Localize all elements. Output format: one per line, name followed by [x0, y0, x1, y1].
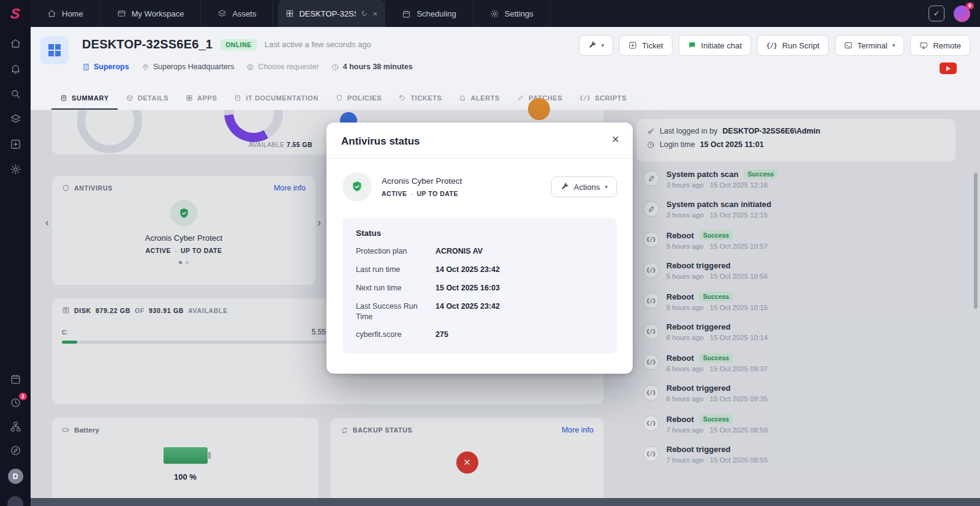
success-badge: Success [699, 292, 734, 301]
details-cube-icon [126, 94, 134, 102]
nav-settings[interactable]: Settings [473, 0, 551, 27]
panel-title: Status [356, 228, 603, 238]
patches-bandage-icon [517, 94, 524, 102]
video-help-button[interactable] [940, 62, 957, 74]
backup-rotate-icon [341, 426, 349, 434]
nav-assets[interactable]: Assets [201, 0, 273, 27]
activity-item: {/} RebootSuccess 5 hours ago15 Oct 2025… [643, 230, 977, 261]
activity-scrollbar[interactable] [974, 173, 978, 309]
actions-dropdown-button[interactable]: Actions ▾ [551, 176, 617, 197]
carousel-next-chevron[interactable]: › [317, 217, 321, 228]
tools-dropdown-button[interactable]: ▾ [579, 35, 614, 56]
nav-my-workspace[interactable]: My Workspace [100, 0, 202, 27]
checkbox-icon[interactable]: ✓ [929, 6, 944, 21]
notification-badge: 6 [966, 2, 974, 10]
nav-assets-label: Assets [232, 9, 256, 18]
person-circle-icon [246, 63, 254, 71]
horizontal-scrollbar[interactable] [31, 498, 980, 506]
modal-product-name: Acronis Cyber Protect [382, 176, 462, 186]
activity-item: {/} Reboot triggered 6 hours ago15 Oct 2… [643, 322, 977, 353]
activity-item: {/} RebootSuccess 6 hours ago15 Oct 2025… [643, 353, 977, 383]
status-detail-panel: Status Protection plan ACRONIS AV Last r… [342, 217, 617, 353]
disk-usage-bar [62, 341, 334, 344]
client-link[interactable]: Superops [82, 62, 129, 71]
success-badge: Success [699, 230, 734, 240]
modal-close-icon[interactable]: × [612, 132, 619, 145]
refresh-icon[interactable] [361, 10, 368, 17]
apps-grid-icon [186, 94, 193, 102]
ticket-button[interactable]: Ticket [619, 35, 672, 56]
compass-icon[interactable] [10, 445, 21, 456]
user-avatar[interactable]: 6 [954, 6, 970, 22]
sitemap-icon[interactable] [10, 421, 21, 432]
battery-graphic [164, 447, 208, 464]
tab-scripts[interactable]: {/} SCRIPTS [571, 87, 635, 110]
activity-item: {/} Reboot triggered 6 hours ago15 Oct 2… [643, 383, 977, 414]
superops-logo[interactable]: S [0, 0, 31, 27]
battery-card: Battery 100 % [52, 418, 318, 506]
script-icon: {/} [643, 446, 659, 462]
initiate-chat-button[interactable]: Initiate chat [679, 35, 752, 56]
tickets-tag-icon [399, 94, 406, 102]
warning-gauge-icon [528, 98, 550, 120]
script-braces-icon: {/} [766, 42, 777, 49]
wrench-icon [588, 41, 597, 50]
settings-gear-icon[interactable] [10, 164, 21, 175]
search-icon[interactable] [10, 88, 21, 100]
row-value: 14 Oct 2025 23:42 [435, 265, 603, 275]
history-clock-icon[interactable]: 3 [10, 397, 21, 409]
nav-workspace-label: My Workspace [132, 9, 184, 18]
activity-item: System patch scanSuccess 3 hours ago15 O… [643, 169, 977, 200]
close-tab-icon[interactable]: × [373, 10, 378, 18]
itdoc-icon [234, 94, 241, 102]
device-tab[interactable]: DESKTOP-32SS... × [278, 0, 385, 27]
tab-apps[interactable]: APPS [177, 87, 225, 110]
carousel-dot[interactable] [186, 261, 189, 264]
sidebar-home-icon[interactable] [10, 38, 21, 50]
carousel-dot-active[interactable] [179, 261, 182, 264]
activity-item: {/} RebootSuccess 7 hours ago15 Oct 2025… [643, 414, 977, 445]
page-title: DESKTOP-32SS6E6_1 [82, 37, 213, 51]
last-active-text: Last active a few seconds ago [265, 40, 371, 49]
terminal-button[interactable]: Terminal ▾ [835, 35, 905, 56]
tab-it-documentation[interactable]: IT DOCUMENTATION [225, 87, 327, 110]
battery-title: Battery [74, 426, 99, 434]
logged-in-user: DESKTOP-32SS6E6\Admin [723, 127, 821, 135]
shield-icon [350, 180, 364, 194]
modal-title: Antivirus status [341, 135, 420, 147]
run-script-button[interactable]: {/} Run Script [757, 35, 829, 56]
carousel-prev-chevron[interactable]: ‹ [45, 217, 49, 228]
antivirus-status-modal: Antivirus status × Acronis Cyber Protect… [326, 123, 633, 374]
script-icon: {/} [643, 262, 659, 278]
remote-button[interactable]: Remote [910, 35, 970, 56]
script-icon: {/} [643, 415, 659, 431]
help-bubble-icon[interactable] [7, 496, 23, 506]
backup-title: BACKUP STATUS [353, 426, 412, 434]
row-label: cyberfit.score [356, 330, 431, 340]
tab-details[interactable]: DETAILS [118, 87, 177, 110]
choose-requester-button[interactable]: Choose requester [246, 62, 318, 71]
site-label: Superops Headquarters [141, 62, 235, 71]
patch-icon [643, 170, 659, 186]
device-tab-label: DESKTOP-32SS... [299, 9, 355, 18]
backup-more-info-link[interactable]: More info [562, 426, 594, 434]
calendar-icon[interactable] [10, 373, 21, 385]
notifications-bell-icon[interactable] [10, 63, 21, 75]
tab-policies[interactable]: POLICIES [327, 87, 390, 110]
nav-scheduling[interactable]: Scheduling [385, 0, 473, 27]
create-plus-icon[interactable] [10, 138, 21, 150]
tab-alerts[interactable]: ALERTS [450, 87, 508, 110]
activity-item: {/} RebootSuccess 5 hours ago15 Oct 2025… [643, 292, 977, 322]
nav-home[interactable]: Home [31, 0, 100, 27]
login-time-icon [647, 141, 655, 149]
row-label: Protection plan [356, 246, 431, 257]
sidebar-user-avatar[interactable]: D [8, 469, 23, 484]
antivirus-more-info-link[interactable]: More info [274, 184, 306, 192]
modules-layers-icon[interactable] [10, 113, 21, 125]
backup-failed-icon: ✕ [456, 451, 478, 474]
tab-summary[interactable]: SUMMARY [51, 87, 118, 110]
tab-tickets[interactable]: TICKETS [390, 87, 450, 110]
clock-icon [331, 63, 339, 71]
asset-tabs: SUMMARY DETAILS APPS IT DOCUMENTATION PO… [31, 87, 980, 110]
asset-header: DESKTOP-32SS6E6_1 ONLINE Last active a f… [31, 27, 980, 87]
